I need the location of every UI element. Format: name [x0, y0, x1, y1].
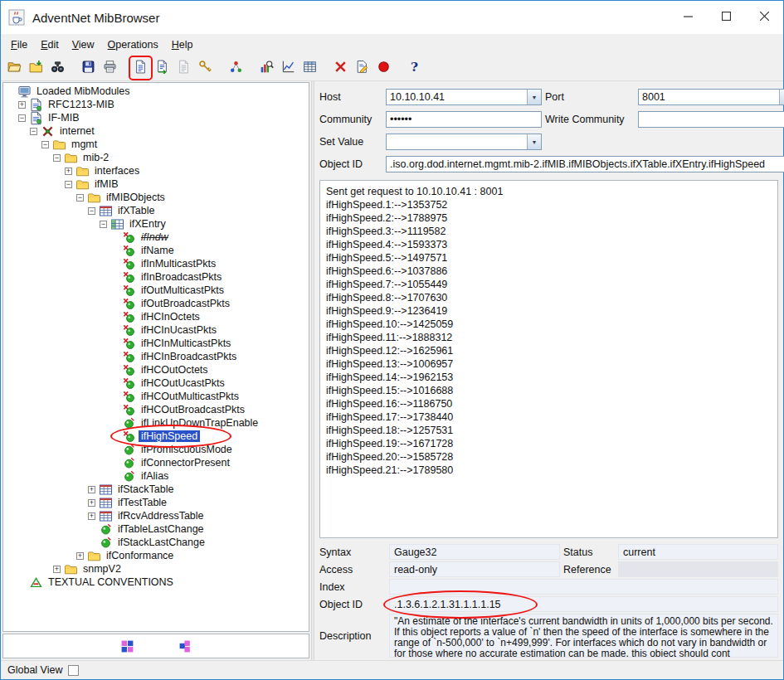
tree-item-ifhcinmulticastpkts[interactable]: ifHCInMulticastPkts [3, 337, 309, 350]
tree-item-mib-2[interactable]: −mib-2 [3, 151, 309, 164]
global-view-checkbox[interactable] [68, 665, 79, 676]
set-value-dropdown-arrow-icon[interactable] [527, 134, 541, 149]
tree-expand-handle[interactable]: − [76, 194, 84, 202]
tree-expand-handle[interactable]: + [88, 499, 95, 507]
object-id-input[interactable] [386, 156, 784, 172]
host-input[interactable] [387, 90, 527, 104]
result-line: ifHighSpeed.12:-->1625961 [326, 344, 772, 357]
open-mib-button[interactable] [26, 57, 46, 79]
tree-item-ifstacklastchange[interactable]: ifStackLastChange [3, 536, 309, 549]
tree-item-textual-conventions[interactable]: TEXTUAL CONVENTIONS [3, 576, 309, 589]
tree-item-ifmib[interactable]: −ifMIB [3, 177, 309, 191]
load-mib-button[interactable] [4, 57, 25, 79]
menu-help[interactable]: Help [165, 36, 200, 53]
close-button[interactable] [745, 1, 783, 34]
snmp-getnext-button[interactable] [152, 57, 173, 79]
tree-item-ifhighspeed[interactable]: ifHighSpeed [3, 430, 309, 443]
tree-item-ifoutbroadcastpkts[interactable]: ifOutBroadcastPkts [3, 297, 309, 310]
find-node-button[interactable] [47, 57, 68, 79]
module-color-legend-icon-1[interactable] [119, 639, 134, 653]
tree-item-ifstacktable[interactable]: +ifStackTable [3, 483, 309, 496]
menu-view[interactable]: View [66, 36, 101, 53]
tree-expand-handle[interactable]: + [88, 486, 95, 493]
tree-item-ifhcinucastpkts[interactable]: ifHCInUcastPkts [3, 323, 309, 337]
result-area[interactable]: Sent get request to 10.10.10.41 : 8001if… [319, 180, 778, 538]
tree-expand-handle[interactable]: − [53, 154, 61, 162]
tree-item-ifalias[interactable]: ifAlias [3, 469, 309, 483]
mib-editor-button[interactable] [352, 57, 373, 79]
tree-item-ifconformance[interactable]: +ifConformance [3, 549, 309, 562]
tree-item-ifinmulticastpkts[interactable]: ifInMulticastPkts [3, 257, 309, 270]
community-input[interactable] [386, 111, 542, 128]
tree-item-snmpv2[interactable]: +snmpV2 [3, 562, 309, 576]
tree-item-ifhcoutmulticastpkts[interactable]: ifHCOutMulticastPkts [3, 390, 309, 403]
tree-item-mgmt[interactable]: −mgmt [3, 138, 309, 151]
tree-expand-handle[interactable]: − [88, 207, 95, 215]
maximize-button[interactable] [707, 1, 745, 34]
set-value-combobox[interactable] [386, 134, 542, 150]
tree-item-ifindw[interactable]: ifIndw [3, 231, 309, 244]
menu-edit[interactable]: Edit [34, 36, 66, 53]
multi-varbind-button[interactable] [226, 57, 246, 79]
tree-item-iftesttable[interactable]: +ifTestTable [3, 496, 309, 509]
tree-expand-handle[interactable]: + [65, 168, 72, 175]
index-label: Index [319, 579, 386, 595]
help-button[interactable]: ? [404, 57, 425, 79]
tree-item-iftablelastchange[interactable]: ifTableLastChange [3, 522, 309, 536]
debug-button[interactable] [330, 57, 351, 79]
tree-expand-handle[interactable]: + [88, 512, 95, 520]
tree-item-ifname[interactable]: ifName [3, 244, 309, 257]
tree-item-iflinkupdowntrapenable[interactable]: ifLinkUpDownTrapEnable [3, 416, 309, 430]
stop-button[interactable] [373, 57, 394, 79]
tree-expand-handle[interactable]: − [65, 181, 72, 188]
tree-item-ifpromiscuousmode[interactable]: ifPromiscuousMode [3, 443, 309, 456]
snmp-set-button[interactable] [195, 57, 216, 79]
tree-item-label: ifStackTable [115, 483, 176, 495]
tree-item-internet[interactable]: −internet [3, 124, 309, 138]
tree-item-ifrcvaddresstable[interactable]: +ifRcvAddressTable [3, 509, 309, 522]
tree-item-ifmibobjects[interactable]: −ifMIBObjects [3, 191, 309, 204]
host-dropdown-arrow-icon[interactable] [527, 90, 541, 104]
port-combobox[interactable] [638, 89, 784, 105]
tree-item-if-mib[interactable]: −IF-MIB [3, 111, 309, 124]
module-color-legend-icon-2[interactable] [178, 639, 192, 653]
tree-expand-handle[interactable]: − [100, 221, 107, 228]
tree-item-ifconnectorpresent[interactable]: ifConnectorPresent [3, 456, 309, 469]
host-combobox[interactable] [386, 89, 542, 105]
write-community-input[interactable] [638, 111, 784, 128]
tree-expand-handle[interactable]: + [76, 552, 84, 560]
tree-item-ifhcinbroadcastpkts[interactable]: ifHCInBroadcastPkts [3, 350, 309, 363]
snmp-get-button[interactable] [130, 57, 151, 79]
tree-expand-handle[interactable]: − [41, 141, 49, 148]
port-dropdown-arrow-icon[interactable] [779, 90, 784, 104]
folder-icon [87, 549, 101, 562]
graph-view-button[interactable] [256, 57, 277, 79]
menu-file[interactable]: File [4, 36, 34, 53]
tree-expand-handle[interactable]: + [18, 101, 26, 109]
save-results-button[interactable] [78, 57, 99, 79]
tree-item-ifxtable[interactable]: −ifXTable [3, 204, 309, 217]
tree-item-ifhcoutoctets[interactable]: ifHCOutOctets [3, 363, 309, 376]
snmp-table-view-button[interactable] [299, 57, 320, 79]
leaf-icon [122, 376, 136, 390]
tree-item-ifhcinoctets[interactable]: ifHCInOctets [3, 310, 309, 323]
mib-tree[interactable]: Loaded MibModules+RFC1213-MIB−IF-MIB−int… [2, 82, 309, 632]
set-value-input[interactable] [387, 134, 527, 149]
menu-operations[interactable]: Operations [101, 36, 165, 53]
tree-item-loaded-mibmodules[interactable]: Loaded MibModules [3, 85, 309, 98]
tree-expand-handle[interactable]: − [30, 128, 37, 135]
snmp-getbulk-button[interactable] [173, 57, 194, 79]
tree-item-ifhcoutbroadcastpkts[interactable]: ifHCOutBroadcastPkts [3, 403, 309, 416]
tree-expand-handle[interactable]: + [53, 566, 61, 573]
minimize-button[interactable] [669, 1, 707, 34]
tree-item-ifhcoutucastpkts[interactable]: ifHCOutUcastPkts [3, 376, 309, 390]
port-input[interactable] [639, 90, 779, 104]
tree-item-rfc1213-mib[interactable]: +RFC1213-MIB [3, 98, 309, 111]
tree-item-interfaces[interactable]: +interfaces [3, 164, 309, 177]
line-graph-button[interactable] [278, 57, 299, 79]
tree-item-ifoutmulticastpkts[interactable]: ifOutMulticastPkts [3, 284, 309, 297]
tree-expand-handle[interactable]: − [18, 114, 26, 122]
tree-item-ifxentry[interactable]: −ifXEntry [3, 217, 309, 231]
print-results-button[interactable] [100, 57, 120, 79]
tree-item-ifinbroadcastpkts[interactable]: ifInBroadcastPkts [3, 270, 309, 284]
